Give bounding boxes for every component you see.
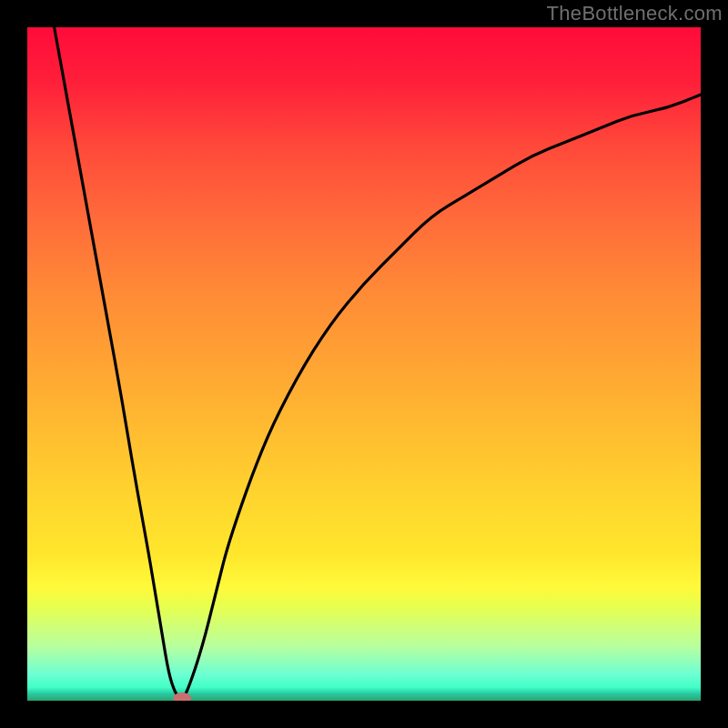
curve-svg [27,27,701,701]
plot-area [27,27,701,701]
bottleneck-curve [55,27,701,699]
chart-frame: TheBottleneck.com [0,0,728,728]
watermark-text: TheBottleneck.com [547,2,723,25]
